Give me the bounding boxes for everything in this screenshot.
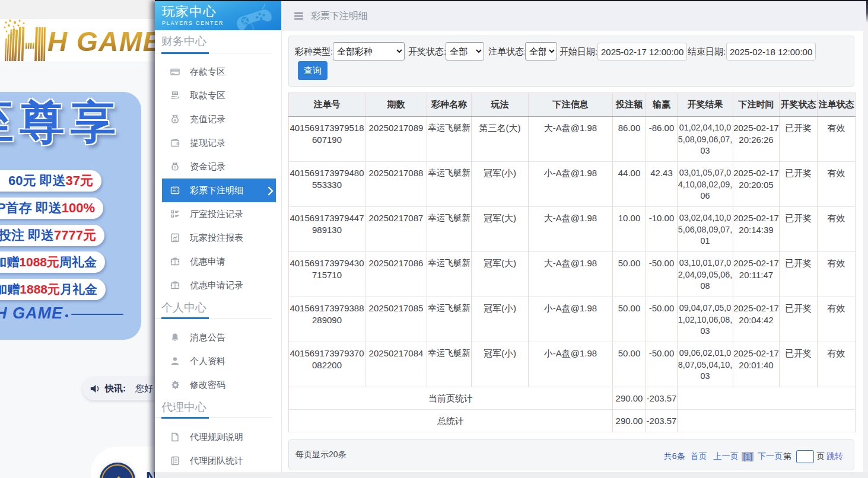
svg-text:H GAME: H GAME bbox=[47, 26, 162, 57]
